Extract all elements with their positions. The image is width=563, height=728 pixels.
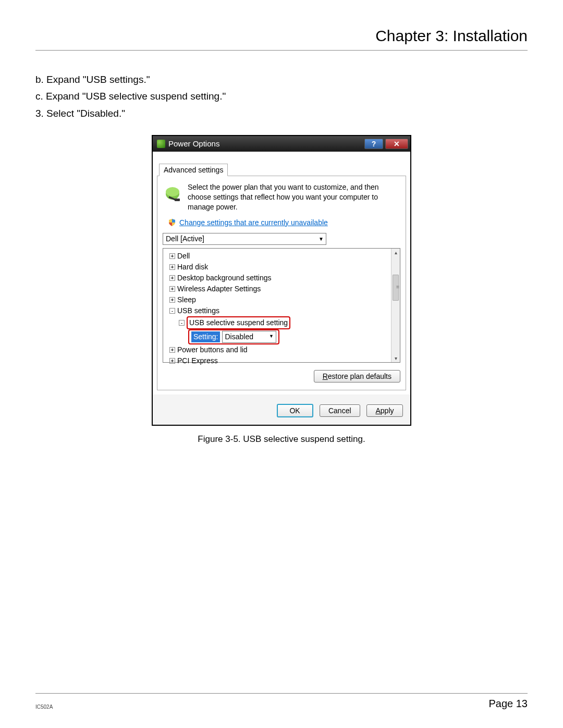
step-b: b. Expand "USB settings." <box>35 71 528 88</box>
highlight-frame: Setting: Disabled ▼ <box>188 329 279 344</box>
tree-node-harddisk[interactable]: Hard disk <box>177 262 208 273</box>
tree-node-usb-selective-suspend[interactable]: USB selective suspend setting <box>189 317 288 328</box>
cancel-button[interactable]: Cancel <box>320 404 360 417</box>
scroll-grip-icon: ≡ <box>396 284 398 290</box>
page-footer: IC502A Page 13 <box>35 693 528 710</box>
restore-defaults-button[interactable]: Restore plan defaults <box>314 370 400 382</box>
close-button[interactable]: ✕ <box>385 139 408 149</box>
dialog-titlebar: Power Options ? ✕ <box>153 136 410 152</box>
scroll-up-icon[interactable]: ▴ <box>392 249 400 256</box>
setting-label: Setting: <box>191 331 220 342</box>
tab-strip: Advanced settings <box>157 156 406 176</box>
highlight-frame: USB selective suspend setting <box>187 316 290 329</box>
tree-node-usb-settings[interactable]: USB settings <box>177 305 219 316</box>
help-button[interactable]: ? <box>364 139 383 149</box>
dialog-instruction: Select the power plan that you want to c… <box>188 182 400 212</box>
page-number: Page 13 <box>488 698 528 710</box>
expand-icon[interactable]: + <box>169 347 175 353</box>
tree-node-pci-express[interactable]: PCI Express <box>177 355 218 366</box>
setting-value: Disabled <box>225 331 253 342</box>
figure-caption: Figure 3-5. USB selective suspend settin… <box>198 434 365 445</box>
expand-icon[interactable]: + <box>169 253 175 259</box>
chapter-title: Chapter 3: Installation <box>35 0 528 51</box>
expand-icon[interactable]: + <box>169 358 175 364</box>
apply-button[interactable]: Apply <box>366 404 403 417</box>
ok-button[interactable]: OK <box>277 404 313 417</box>
svg-rect-2 <box>175 199 180 201</box>
power-plan-icon <box>163 182 182 202</box>
expand-icon[interactable]: + <box>169 264 175 270</box>
setting-dropdown[interactable]: Disabled ▼ <box>222 331 276 343</box>
instruction-steps: b. Expand "USB settings." c. Expand "USB… <box>35 71 528 122</box>
expand-icon[interactable]: + <box>169 275 175 281</box>
power-plan-value: Dell [Active] <box>166 235 204 243</box>
dropdown-arrow-icon: ▼ <box>269 333 274 340</box>
scrollbar[interactable]: ▴ ≡ ▾ <box>391 249 400 362</box>
dialog-title: Power Options <box>168 139 219 148</box>
svg-point-1 <box>166 187 179 196</box>
tree-node-desktop-bg[interactable]: Desktop background settings <box>177 273 272 283</box>
scroll-down-icon[interactable]: ▾ <box>392 354 400 362</box>
tree-node-sleep[interactable]: Sleep <box>177 294 196 305</box>
step-c: c. Expand "USB selective suspend setting… <box>35 88 528 105</box>
change-settings-link[interactable]: Change settings that are currently unava… <box>179 218 328 227</box>
collapse-icon[interactable]: - <box>179 320 185 326</box>
step-3: 3. Select "Disabled." <box>35 105 528 122</box>
tab-advanced-settings[interactable]: Advanced settings <box>159 164 228 176</box>
tree-node-wireless[interactable]: Wireless Adapter Settings <box>177 283 261 294</box>
power-plan-select[interactable]: Dell [Active] ▼ <box>163 233 326 245</box>
footer-code: IC502A <box>35 704 53 710</box>
uac-shield-icon <box>168 218 176 227</box>
expand-icon[interactable]: + <box>169 297 175 303</box>
settings-tree[interactable]: +Dell +Hard disk +Desktop background set… <box>163 248 400 363</box>
tree-node-power-buttons[interactable]: Power buttons and lid <box>177 344 248 355</box>
expand-icon[interactable]: + <box>169 286 175 292</box>
power-options-icon <box>157 140 165 148</box>
dropdown-arrow-icon: ▼ <box>319 236 324 242</box>
power-options-dialog: Power Options ? ✕ Advanced settings <box>152 135 411 426</box>
tree-node-dell[interactable]: Dell <box>177 251 190 262</box>
collapse-icon[interactable]: - <box>169 308 175 314</box>
dialog-footer: OK Cancel Apply <box>153 394 410 425</box>
